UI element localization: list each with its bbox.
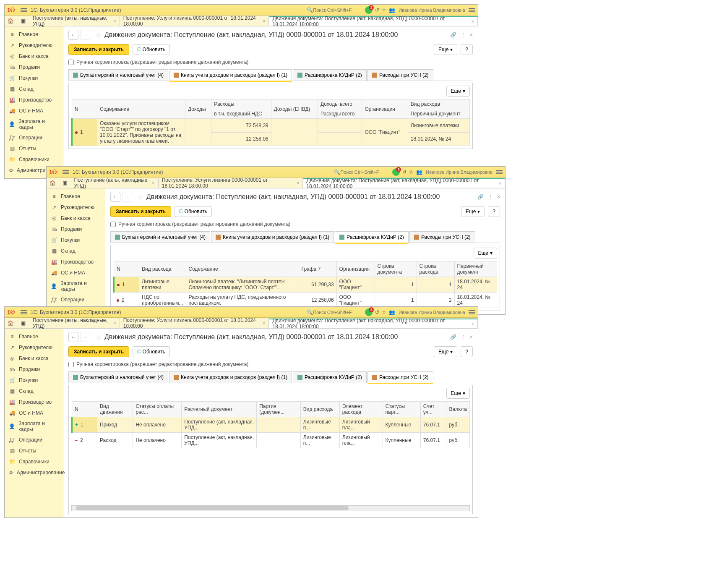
more-button[interactable]: Еще ▾ [446, 388, 470, 399]
search-input[interactable] [340, 170, 386, 175]
favorite-icon[interactable]: ☆ [95, 333, 101, 341]
more-button[interactable]: Еще ▾ [461, 206, 485, 217]
subtab-2[interactable]: Расшифровка КУДиР (2) [335, 231, 409, 243]
subtab-1[interactable]: Книга учета доходов и расходов (раздел I… [211, 231, 334, 243]
manual-edit-checkbox[interactable] [68, 60, 74, 65]
doc-tab-2[interactable]: Движения документа: Поступление (акт, на… [269, 16, 478, 26]
manual-edit-row[interactable]: Ручная корректировка (разрешает редактир… [68, 361, 473, 367]
search-box[interactable]: 🔍 [334, 169, 386, 175]
refresh-button[interactable]: CОбновить [133, 44, 170, 55]
sidebar-item-2[interactable]: ◎Банк и касса [47, 213, 105, 224]
sidebar-item-0[interactable]: ≡Главное [47, 191, 105, 202]
sidebar-item-7[interactable]: 🚚ОС и НМА [5, 105, 63, 116]
hamburger-icon[interactable] [469, 10, 475, 10]
save-close-button[interactable]: Записать и закрыть [110, 206, 171, 217]
more-button[interactable]: Еще ▾ [434, 346, 457, 357]
forward-button[interactable]: → [122, 192, 132, 202]
sidebar-item-11[interactable]: 📁Справочники [5, 154, 63, 165]
close-icon[interactable]: × [297, 180, 299, 186]
sidebar-item-1[interactable]: ↗Руководителю [47, 202, 105, 213]
menu-icon[interactable] [21, 10, 27, 10]
menu-icon[interactable] [21, 312, 27, 313]
close-icon[interactable]: × [470, 32, 473, 38]
sidebar-item-7[interactable]: 🚚ОС и НМА [47, 267, 105, 278]
close-icon[interactable]: × [113, 18, 116, 24]
h-scrollbar[interactable] [71, 505, 470, 511]
subtab-3[interactable]: Расходы при УСН (2) [367, 69, 433, 81]
table-row[interactable]: 1 Оказаны услуги поставщиком "ООО "Старт… [72, 119, 470, 133]
refresh-button[interactable]: CОбновить [175, 206, 212, 217]
sidebar-item-3[interactable]: 🛍Продажи [5, 62, 63, 73]
close-icon[interactable]: × [472, 321, 474, 326]
sidebar-item-8[interactable]: 👤Зарплата и кадры [47, 278, 105, 294]
history-icon[interactable]: ↺ [375, 309, 379, 315]
sidebar-item-6[interactable]: 🏭Производство [5, 397, 63, 408]
menu-icon[interactable] [63, 172, 69, 172]
more-button[interactable]: Еще ▾ [474, 248, 497, 259]
close-icon[interactable]: × [499, 181, 501, 186]
sidebar-item-1[interactable]: ↗Руководителю [5, 342, 63, 353]
save-close-button[interactable]: Записать и закрыть [68, 44, 129, 55]
sidebar-item-3[interactable]: 🛍Продажи [47, 224, 105, 235]
subtab-2[interactable]: Расшифровка КУДиР (2) [293, 371, 367, 383]
table-row[interactable]: −2 РасходНе оплаченоПоступление (акт, на… [72, 433, 470, 448]
history-icon[interactable]: ↺ [375, 7, 379, 13]
save-close-button[interactable]: Записать и закрыть [68, 346, 129, 357]
forward-button[interactable]: → [80, 30, 90, 40]
sidebar-item-0[interactable]: ≡Главное [5, 331, 63, 342]
sidebar-item-6[interactable]: 🏭Производство [47, 256, 105, 267]
star-icon[interactable]: ☆ [382, 7, 386, 13]
refresh-button[interactable]: CОбновить [133, 346, 170, 357]
close-icon[interactable]: × [113, 321, 116, 326]
doc-tab-1[interactable]: Поступление: Услуги лизинга 0000-000001 … [120, 16, 269, 26]
sidebar-item-5[interactable]: ▦Склад [47, 246, 105, 256]
sidebar-item-0[interactable]: ≡Главное [5, 29, 63, 40]
subtab-0[interactable]: Бухгалтерский и налоговый учет (4) [68, 69, 168, 81]
home-icon[interactable]: 🏠 [48, 178, 57, 188]
sidebar-item-5[interactable]: ▦Склад [5, 386, 63, 397]
kebab-icon[interactable]: ⋮ [461, 334, 466, 340]
manual-edit-row[interactable]: Ручная корректировка (разрешает редактир… [110, 221, 500, 227]
hamburger-icon[interactable] [496, 172, 503, 172]
sidebar-item-8[interactable]: 👤Зарплата и кадры [5, 116, 63, 132]
tabs-icon[interactable]: ▣ [60, 178, 69, 188]
sidebar-item-8[interactable]: 👤Зарплата и кадры [5, 418, 63, 434]
doc-tab-1[interactable]: Поступление: Услуги лизинга 0000-000001 … [159, 178, 303, 188]
bell-icon[interactable] [392, 168, 400, 176]
close-icon[interactable]: × [152, 180, 154, 186]
search-box[interactable]: 🔍 [307, 309, 359, 315]
table-row[interactable]: 2 НДС по приобретенным...Расходы на упла… [114, 293, 497, 308]
sidebar-item-7[interactable]: 🚚ОС и НМА [5, 408, 63, 418]
forward-button[interactable]: → [80, 332, 90, 342]
search-input[interactable] [313, 310, 359, 315]
sidebar-item-10[interactable]: ▥Отчеты [5, 143, 63, 154]
close-icon[interactable]: × [263, 321, 265, 326]
help-button[interactable]: ? [488, 206, 500, 217]
table-row[interactable]: +1 ПриходНе оплаченоПоступление (акт, на… [72, 417, 470, 433]
close-icon[interactable]: × [470, 334, 473, 340]
tabs-icon[interactable]: ▣ [18, 16, 27, 26]
home-icon[interactable]: 🏠 [6, 318, 15, 328]
sidebar-item-4[interactable]: 🛒Покупки [5, 73, 63, 84]
subtab-1[interactable]: Книга учета доходов и расходов (раздел I… [169, 371, 292, 383]
doc-tab-0[interactable]: Поступление (акты, накладные, УПД)× [71, 178, 159, 188]
kebab-icon[interactable]: ⋮ [488, 194, 493, 200]
sidebar-item-4[interactable]: 🛒Покупки [5, 375, 63, 386]
bell-icon[interactable] [365, 6, 373, 14]
subtab-3[interactable]: Расходы при УСН (2) [409, 231, 475, 243]
doc-tab-1[interactable]: Поступление: Услуги лизинга 0000-000001 … [120, 319, 269, 328]
star-icon[interactable]: ☆ [382, 309, 386, 315]
back-button[interactable]: ← [68, 332, 78, 342]
subtab-0[interactable]: Бухгалтерский и налоговый учет (4) [110, 231, 210, 243]
sidebar-item-10[interactable]: ▥Отчеты [5, 445, 63, 456]
hamburger-icon[interactable] [469, 312, 475, 313]
star-icon[interactable]: ☆ [409, 169, 414, 175]
sidebar-item-2[interactable]: ◎Банк и касса [5, 51, 63, 62]
doc-tab-2[interactable]: Движения документа: Поступление (акт, на… [303, 178, 505, 188]
search-box[interactable]: 🔍 [307, 7, 359, 13]
link-icon[interactable]: 🔗 [477, 194, 484, 200]
favorite-icon[interactable]: ☆ [95, 31, 101, 39]
back-button[interactable]: ← [68, 30, 78, 40]
sidebar-item-9[interactable]: ДтОперации [5, 132, 63, 143]
subtab-1[interactable]: Книга учета доходов и расходов (раздел I… [169, 69, 292, 81]
